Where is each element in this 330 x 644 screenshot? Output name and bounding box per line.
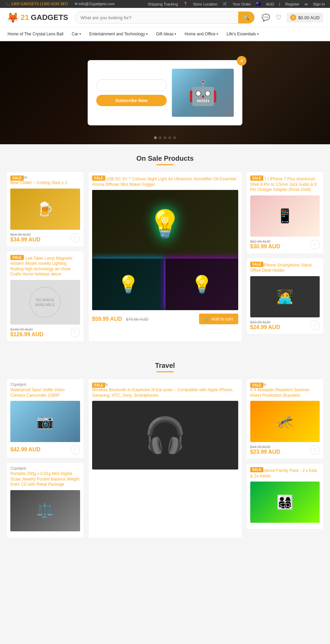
product-image-humidifier: 💡 💡 💡 [92, 190, 238, 310]
logo[interactable]: 🦊 21GADGETS [7, 12, 68, 23]
product-title[interactable]: Beer Chiller – Cooling Stick x 2 [10, 180, 80, 186]
cart-icon: 🛒 [204, 316, 210, 321]
sale-badge: SALE [10, 255, 24, 260]
price-block: $140.95 AUD $126.99 AUD [10, 327, 43, 338]
chevron-down-icon: ▾ [146, 32, 148, 36]
product-title[interactable]: 400ML USB DC 5V 7 Colours Night Light Ai… [92, 177, 238, 187]
your-order-link[interactable]: Your Order [233, 2, 251, 6]
sale-badge: SALE [92, 383, 106, 388]
price-row: $44.95 AUD $23.99 AUD ♡ [250, 445, 320, 455]
logo-icon: 🦊 [7, 12, 19, 23]
nav-item-gift[interactable]: Gift Ideas ▾ [152, 27, 180, 41]
search-input[interactable] [75, 12, 238, 23]
product-image: 🧑‍💻 [250, 276, 320, 317]
wishlist-button[interactable]: ♡ [70, 328, 80, 337]
product-card-iphone-adapter: SALE iPhone 7 / iPhone 7 Plus Aluminium … [247, 172, 323, 253]
price-block: $64.95 AUD $34.99 AUD [10, 233, 40, 243]
wishlist-button[interactable]: ♡ [70, 233, 80, 242]
flag-icon: 🇦🇺 [256, 2, 261, 6]
price-row: $42.99 AUD ♡ [10, 445, 80, 454]
wishlist-icon[interactable]: ♡ [275, 13, 282, 22]
sale-badge: SALE [10, 176, 24, 181]
on-sale-underline [156, 164, 174, 165]
search-bar: 🔍 [75, 11, 255, 24]
humidifier-purple: 💡 [165, 259, 238, 310]
nav-item-entertainment[interactable]: Entertainment and Technology ▾ [85, 27, 152, 41]
product-store: 21gadgets [10, 466, 80, 470]
subscribe-email-input[interactable] [96, 79, 167, 91]
old-price: $62.95 AUD [250, 239, 280, 244]
logo-text: GADGETS [31, 13, 68, 22]
product-image: ⚖️ [10, 490, 80, 531]
product-store: 21gadgets [92, 383, 238, 386]
product-card-phone-stand: SALE Quirky iPhone Smartphone Stand Offi… [247, 258, 323, 334]
product-image: 🍺 [10, 189, 80, 230]
price-block: $49.95 AUD $24.99 AUD [250, 320, 280, 330]
on-sale-section: On Sale Products SALE 21 gadgets Beer Ch… [0, 144, 330, 351]
old-price: $44.95 AUD [250, 445, 280, 449]
chevron-down-icon: ▾ [79, 32, 81, 36]
sale-badge: SALE [250, 176, 264, 181]
wishlist-button[interactable]: ♡ [310, 240, 320, 249]
product-image: 📱 [250, 195, 320, 237]
register-link[interactable]: Register [285, 2, 299, 6]
store-location-link[interactable]: Store Location [193, 2, 218, 6]
nav-item-home-office[interactable]: Home and Office ▾ [180, 27, 222, 41]
chat-icon[interactable]: 💬 [262, 13, 270, 22]
wishlist-button[interactable]: ♡ [310, 320, 320, 330]
hero-banner: × Subscribe Now 🤖 [0, 41, 330, 144]
product-title[interactable]: Wireless Bluetooth In-Earphone III Ear-p… [92, 387, 238, 398]
modal-product-image: 🤖 [172, 69, 234, 117]
signin-link[interactable]: Sign In [313, 2, 325, 6]
top-bar-left: 📞 1300 GADGETS (1300 4234 387) ✉ info@21… [5, 2, 114, 6]
add-to-cart-button[interactable]: 🛒 Add to cart [199, 314, 238, 324]
on-sale-product-grid: SALE 21 gadgets Beer Chiller – Cooling S… [7, 172, 323, 341]
product-card-earphone: SALE 21gadgets Wireless Bluetooth In-Ear… [89, 379, 242, 538]
current-price: $59.99 AUD [92, 316, 122, 322]
location-icon: 📍 [183, 2, 188, 6]
wishlist-button[interactable]: ♡ [70, 445, 80, 454]
price-row: $62.95 AUD $30.99 AUD ♡ [250, 239, 320, 250]
humidifier-bottom-images: 💡 💡 [92, 259, 238, 310]
travel-title: Travel [7, 362, 323, 370]
nav-item-essentials[interactable]: Life's Essentials ▾ [222, 27, 263, 41]
currency-selector[interactable]: AUD [266, 2, 274, 6]
old-price: $49.95 AUD [250, 320, 280, 324]
shipping-tracking-link[interactable]: Shipping Tracking [148, 2, 178, 6]
nav-item-car[interactable]: Car ▾ [68, 27, 85, 41]
product-title[interactable]: 4 X Mosquito Repellent Summer Insect Pro… [250, 387, 320, 398]
main-nav: Home of The Crystal Lens Ball Car ▾ Ente… [0, 27, 330, 41]
logo-num: 21 [21, 13, 29, 22]
product-title[interactable]: Portable 200g x 0.01g Mini Digital Scale… [10, 471, 80, 487]
subscribe-button[interactable]: Subscribe Now [96, 95, 167, 106]
modal-close-button[interactable]: × [237, 56, 246, 66]
header: 🦊 21GADGETS 🔍 💬 ♡ 0 $0.00 AUD [0, 8, 330, 27]
product-card-woxiu-lamp: SALE WOXIU Led Table Lamp Magnetic moder… [7, 251, 84, 341]
price-row: $64.95 AUD $34.99 AUD ♡ [10, 233, 80, 243]
search-button[interactable]: 🔍 [238, 12, 254, 23]
no-image-placeholder: NO IMAGE AVAILABLE [30, 287, 60, 318]
top-bar-right: Shipping Tracking 📍 Store Location 🛒 You… [148, 2, 325, 6]
cart-button[interactable]: 0 $0.00 AUD [287, 13, 323, 22]
wall-e-icon: 🤖 [188, 79, 218, 107]
current-price: $34.99 AUD [10, 237, 40, 243]
nav-item-crystal[interactable]: Home of The Crystal Lens Ball [3, 27, 68, 41]
product-card-scale: 21gadgets Portable 200g x 0.01g Mini Dig… [7, 463, 84, 538]
cart-amount: $0.00 AUD [298, 15, 320, 20]
product-card-humidifier: SALE 400ML USB DC 5V 7 Colours Night Lig… [89, 172, 242, 341]
product-image: 📷 [10, 401, 80, 442]
price-block: $62.95 AUD $30.99 AUD [250, 239, 280, 250]
sale-badge: SALE [250, 262, 264, 267]
product-card-family-pack: SALE The Mostenol Family Pack - 2 x Kids… [247, 464, 323, 529]
on-sale-title: On Sale Products [7, 155, 323, 162]
price-row: $140.95 AUD $126.99 AUD ♡ [10, 327, 80, 338]
or-text: or [305, 2, 308, 6]
product-image: 🦟 [250, 401, 320, 442]
subscribe-modal: × Subscribe Now 🤖 [88, 60, 242, 125]
current-price: $126.99 AUD [10, 331, 43, 338]
product-title[interactable]: Waterproof Sport Selfie Video Camera Cam… [10, 387, 80, 398]
wishlist-button[interactable]: ♡ [310, 445, 320, 455]
product-card-mosquito: SALE 21gadgets 4 X Mosquito Repellent Su… [247, 379, 323, 459]
sale-badge: SALE [92, 176, 106, 181]
current-price: $24.99 AUD [250, 324, 280, 330]
